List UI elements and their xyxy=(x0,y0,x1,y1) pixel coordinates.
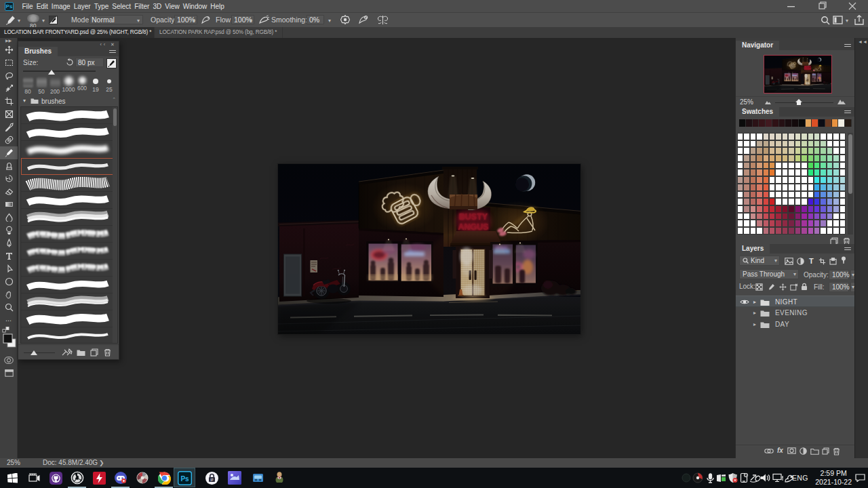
svg-text:Ps: Ps xyxy=(180,474,189,482)
svg-text:IP: IP xyxy=(210,478,213,481)
